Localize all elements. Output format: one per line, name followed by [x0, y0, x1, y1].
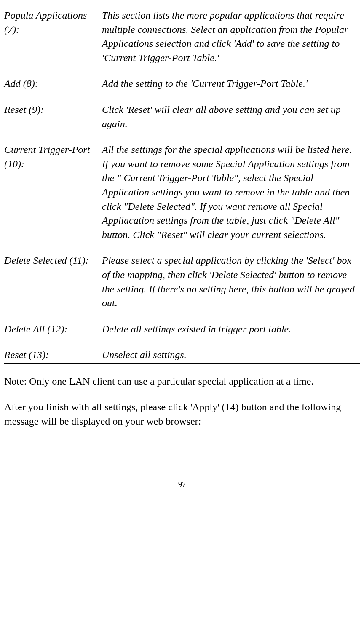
definition-row: Current Trigger-Port (10): All the setti… [4, 143, 360, 242]
definition-description: All the settings for the special applica… [102, 143, 360, 242]
definition-term: Reset (9): [4, 103, 102, 131]
definition-description: Delete all settings existed in trigger p… [102, 322, 360, 337]
definitions-list: Popula Applications (7): This section li… [4, 8, 360, 362]
definition-term: Delete Selected (11): [4, 254, 102, 310]
definition-row: Reset (13): Unselect all settings. [4, 348, 360, 362]
definition-term: Popula Applications (7): [4, 8, 102, 65]
definition-row: Add (8): Add the setting to the 'Current… [4, 77, 360, 91]
definition-row: Popula Applications (7): This section li… [4, 8, 360, 65]
definition-description: Please select a special application by c… [102, 254, 360, 310]
definition-term: Reset (13): [4, 348, 102, 362]
section-divider [4, 363, 360, 364]
definition-description: Click 'Reset' will clear all above setti… [102, 103, 360, 131]
definition-row: Reset (9): Click 'Reset' will clear all … [4, 103, 360, 131]
note-text: Note: Only one LAN client can use a part… [4, 375, 360, 389]
definition-description: This section lists the more popular appl… [102, 8, 360, 65]
instruction-text: After you finish with all settings, plea… [4, 400, 360, 428]
page-number: 97 [4, 479, 360, 490]
definition-description: Unselect all settings. [102, 348, 360, 362]
definition-row: Delete All (12): Delete all settings exi… [4, 322, 360, 337]
definition-term: Delete All (12): [4, 322, 102, 337]
definition-description: Add the setting to the 'Current Trigger-… [102, 77, 360, 91]
definition-term: Current Trigger-Port (10): [4, 143, 102, 242]
definition-term: Add (8): [4, 77, 102, 91]
definition-row: Delete Selected (11): Please select a sp… [4, 254, 360, 310]
